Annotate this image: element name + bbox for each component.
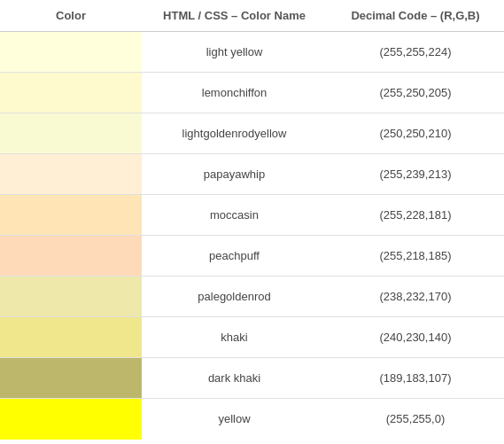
color-name: khaki (142, 317, 327, 358)
decimal-code: (255,228,181) (327, 195, 504, 236)
col-header-color: Color (0, 0, 142, 32)
table-row: palegoldenrod(238,232,170) (0, 277, 504, 317)
decimal-code: (255,239,213) (327, 154, 504, 195)
color-swatch (0, 73, 142, 113)
color-swatch (0, 154, 142, 195)
table-row: peachpuff(255,218,185) (0, 236, 504, 277)
color-name: lightgoldenrodyellow (142, 113, 327, 154)
col-header-code: Decimal Code – (R,G,B) (327, 0, 504, 32)
color-name: dark khaki (142, 358, 327, 399)
decimal-code: (250,250,210) (327, 113, 504, 154)
decimal-code: (255,255,224) (327, 32, 504, 73)
color-name: moccasin (142, 195, 327, 236)
table-row: papayawhip(255,239,213) (0, 154, 504, 195)
color-swatch (0, 317, 142, 358)
table-row: khaki(240,230,140) (0, 317, 504, 358)
color-name: light yellow (142, 32, 327, 73)
color-swatch (0, 399, 142, 440)
decimal-code: (189,183,107) (327, 358, 504, 399)
table-row: yellow(255,255,0) (0, 399, 504, 440)
color-name: palegoldenrod (142, 277, 327, 317)
table-row: lightgoldenrodyellow(250,250,210) (0, 113, 504, 154)
color-name: papayawhip (142, 154, 327, 195)
table-row: dark khaki(189,183,107) (0, 358, 504, 399)
color-swatch (0, 277, 142, 317)
decimal-code: (255,250,205) (327, 73, 504, 113)
decimal-code: (255,255,0) (327, 399, 504, 440)
color-name: peachpuff (142, 236, 327, 277)
decimal-code: (238,232,170) (327, 277, 504, 317)
color-table: Color HTML / CSS – Color Name Decimal Co… (0, 0, 504, 440)
color-name: lemonchiffon (142, 73, 327, 113)
color-name: yellow (142, 399, 327, 440)
table-row: moccasin(255,228,181) (0, 195, 504, 236)
table-row: light yellow(255,255,224) (0, 32, 504, 73)
color-swatch (0, 113, 142, 154)
color-swatch (0, 236, 142, 277)
col-header-name: HTML / CSS – Color Name (142, 0, 327, 32)
color-swatch (0, 32, 142, 73)
color-swatch (0, 358, 142, 399)
color-swatch (0, 195, 142, 236)
decimal-code: (255,218,185) (327, 236, 504, 277)
decimal-code: (240,230,140) (327, 317, 504, 358)
table-row: lemonchiffon(255,250,205) (0, 73, 504, 113)
